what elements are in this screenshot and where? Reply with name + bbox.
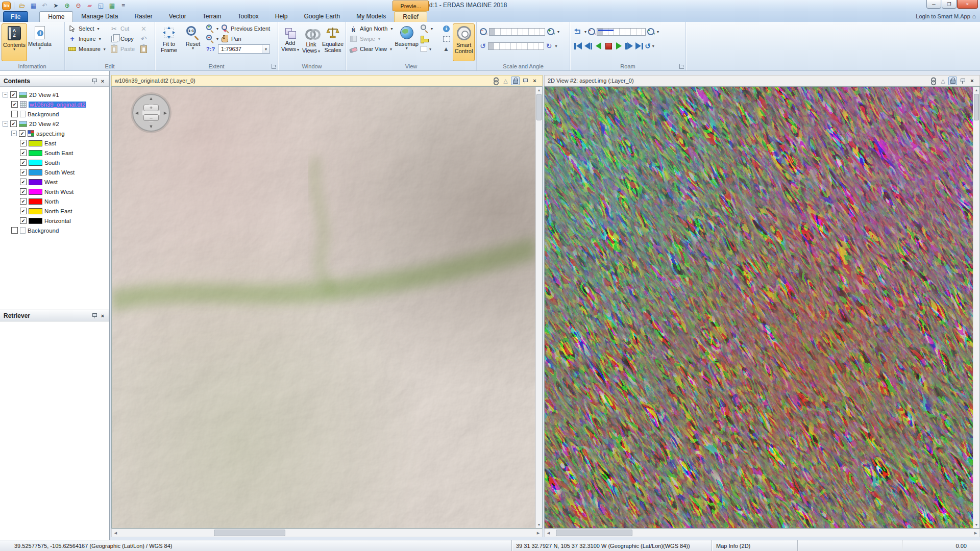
pin-icon[interactable] — [90, 77, 99, 85]
chevron-down-icon[interactable]: ▾ — [584, 30, 586, 34]
view-1-title-bar[interactable]: w106n39_original.dt2 (:Layer_0) △ × — [111, 75, 543, 86]
align-north-button[interactable]: ↑N Align North▾ — [348, 23, 394, 34]
checkbox[interactable]: ✔ — [20, 188, 27, 195]
tree-item-west[interactable]: ✔West — [0, 177, 109, 187]
link-icon[interactable] — [929, 77, 938, 85]
pan-label[interactable]: Pan — [231, 36, 241, 42]
scroll-up-icon[interactable]: ▲ — [975, 87, 978, 93]
tab-terrain[interactable]: Terrain — [194, 11, 230, 22]
pan-down-icon[interactable]: ▼ — [149, 124, 154, 129]
play-button[interactable] — [614, 42, 624, 50]
smart-control-button[interactable]: Smart Control — [453, 23, 475, 61]
tree-item-east[interactable]: ✔East — [0, 138, 109, 148]
checkbox[interactable]: ✔ — [20, 149, 27, 156]
stop-button[interactable] — [604, 42, 614, 50]
save-icon[interactable]: ▦ — [29, 1, 38, 10]
map-navigator-widget[interactable]: ▲ ◀ ▶ + − ▼ — [132, 94, 170, 132]
pin-icon[interactable] — [521, 77, 529, 85]
select-icon[interactable]: ➤ — [51, 1, 61, 10]
login-smart-mapp[interactable]: Login to Smart M.App ⌂ — [916, 13, 976, 20]
checkbox[interactable]: ✔ — [20, 140, 27, 146]
equalize-scales-button[interactable]: Equalize Scales — [322, 23, 344, 61]
undo-icon[interactable]: ↶ — [40, 1, 50, 10]
expander-icon[interactable]: − — [3, 92, 8, 97]
inquire-button[interactable]: + Inquire▾ — [66, 34, 108, 44]
zoom-out-icon[interactable]: − — [206, 35, 214, 43]
checkbox[interactable] — [11, 227, 18, 234]
chevron-down-icon[interactable]: ▾ — [216, 37, 218, 41]
tree-item-north[interactable]: ✔North — [0, 196, 109, 206]
tab-relief[interactable]: ReliefPrevie... — [394, 11, 427, 22]
maximize-button[interactable]: ❐ — [942, 0, 957, 9]
view-info-button[interactable]: i — [442, 23, 453, 34]
checkbox[interactable]: ✔ — [20, 208, 27, 214]
extent-dialog-launcher[interactable] — [272, 64, 276, 69]
table-icon[interactable]: ▦ — [107, 1, 117, 10]
expander-icon[interactable]: − — [11, 131, 17, 136]
zoom-out-button[interactable]: − — [143, 114, 159, 121]
rotate-ccw-icon[interactable]: ↺ — [480, 42, 486, 49]
chevron-down-icon[interactable]: ▾ — [555, 44, 557, 48]
checkbox[interactable]: ✔ — [19, 130, 26, 137]
link-views-button[interactable]: Link Views▾ — [301, 23, 322, 61]
chevron-down-icon[interactable]: ▾ — [262, 45, 270, 53]
tab-home[interactable]: Home — [39, 11, 73, 22]
view-1-vertical-scrollbar[interactable]: ▲ ▼ — [535, 87, 542, 528]
pan-right-icon[interactable]: ▶ — [164, 111, 167, 115]
tab-raster[interactable]: Raster — [126, 11, 160, 22]
scroll-up-icon[interactable]: ▲ — [537, 87, 541, 93]
add-views-button[interactable]: Add Views▾ — [280, 23, 301, 61]
checkbox[interactable]: ✔ — [20, 169, 27, 176]
scroll-thumb[interactable] — [536, 94, 542, 120]
link-icon[interactable] — [492, 77, 500, 85]
chevron-down-icon[interactable]: ▾ — [216, 27, 218, 31]
alert-triangle-icon[interactable]: △ — [939, 77, 947, 85]
cut-button[interactable]: ✂ Cut — [108, 23, 138, 34]
tab-manage-data[interactable]: Manage Data — [73, 11, 126, 22]
step-back-button[interactable] — [583, 42, 593, 50]
scroll-down-icon[interactable]: ▼ — [975, 521, 978, 528]
minimize-button[interactable]: ─ — [926, 0, 941, 9]
fill-color-button[interactable]: ▾ — [419, 44, 442, 54]
view-2-title-bar[interactable]: 2D View #2: aspect.img (:Layer_0) △ × — [544, 75, 980, 86]
scroll-left-icon[interactable]: ◀ — [545, 531, 552, 535]
pin-icon[interactable] — [90, 312, 99, 320]
scroll-right-icon[interactable]: ▶ — [972, 531, 979, 535]
undo-button[interactable]: ↶ — [138, 34, 150, 44]
pan-up-icon[interactable]: ▲ — [149, 96, 154, 101]
paste-button[interactable]: Paste — [108, 44, 138, 54]
checkbox[interactable]: ✔ — [20, 217, 27, 224]
metadata-button[interactable]: i Metadata ▾ — [27, 23, 53, 61]
roam-dialog-launcher[interactable] — [679, 64, 684, 69]
previous-extent-label[interactable]: Previous Extent — [231, 26, 270, 32]
chevron-down-icon[interactable]: ▾ — [557, 30, 559, 34]
terrain-profile-button[interactable]: ▲ — [442, 44, 453, 54]
clear-view-button[interactable]: Clear View▾ — [348, 44, 394, 54]
app-logo-icon[interactable]: Im — [2, 2, 11, 10]
tree-item-south-west[interactable]: ✔South West — [0, 167, 109, 177]
checkbox[interactable]: ✔ — [20, 159, 27, 166]
contextual-tab-group-label[interactable]: Previe... — [393, 1, 429, 11]
view-2-vertical-scrollbar[interactable]: ▲ ▼ — [973, 87, 979, 528]
scroll-right-icon[interactable]: ▶ — [534, 531, 542, 535]
scale-combobox[interactable]: 1:79637 ▾ — [218, 44, 270, 54]
scroll-down-icon[interactable]: ▼ — [537, 521, 541, 528]
tree-item-south-east[interactable]: ✔South East — [0, 148, 109, 158]
measure-button[interactable]: Measure▾ — [66, 44, 108, 54]
zoom-down-icon[interactable]: −↓ — [480, 28, 487, 35]
zoom-in-icon[interactable]: + — [206, 24, 214, 33]
view-2-horizontal-scrollbar[interactable]: ◀ ▶ — [544, 529, 980, 537]
erase-icon[interactable]: ▰ — [85, 1, 94, 10]
scroll-thumb[interactable] — [974, 94, 979, 120]
expander-icon[interactable]: − — [3, 121, 8, 127]
roam-speed-down-icon[interactable]: •↓ — [588, 28, 595, 35]
extent-box-button[interactable] — [442, 34, 453, 44]
more-icon[interactable]: ≡ — [118, 1, 128, 10]
pin-icon[interactable] — [958, 77, 967, 85]
zoom-in-icon[interactable]: ⊕ — [62, 1, 72, 10]
tab-help[interactable]: Help — [267, 11, 296, 22]
lock-icon[interactable] — [948, 77, 957, 85]
basemap-button[interactable]: Basemap ▾ — [394, 23, 419, 61]
tree-item-south[interactable]: ✔South — [0, 158, 109, 167]
close-icon[interactable]: × — [530, 77, 539, 85]
